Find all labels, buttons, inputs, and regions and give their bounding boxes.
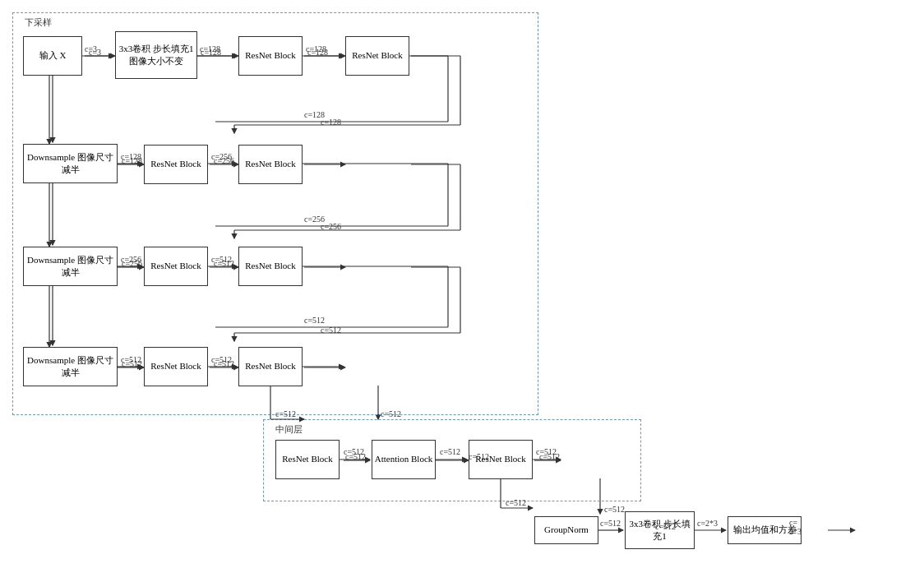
mid-resnet1-block: ResNet Block [275,440,340,479]
middle-label: 中间层 [275,423,303,436]
attention-block: Attention Block [372,440,436,479]
conv3x3-block: 3x3卷积 步长填充1 图像大小不变 [115,31,197,79]
resnet3-2-block: ResNet Block [238,247,303,286]
label-c23: c= 2*3 [789,518,802,536]
label-c256a: c=256 [214,156,234,165]
label-c512h: c=512 [539,452,560,461]
label-c3: c=3 [89,48,101,57]
resnet2-1-block: ResNet Block [144,145,208,184]
label-c512f: c=512 [345,452,366,461]
label-c256b: c=256 [321,222,341,231]
resnet1-2-block: ResNet Block [345,36,409,76]
label-c128c: c=128 [321,118,341,127]
resnet4-2-block: ResNet Block [238,347,303,386]
downsample3-block: Downsample 图像尺寸减半 [23,347,118,386]
label-c256c: c=256 [122,259,142,268]
label-c512a: c=512 [214,259,234,268]
diagram-container: 下采样 中间层 输入 X 3x3卷积 步长填充1 图像大小不变 ResNet B… [0,0,924,582]
downsample2-block: Downsample 图像尺寸减半 [23,247,118,286]
label-c128a: c=128 [201,48,221,57]
resnet2-2-block: ResNet Block [238,145,303,184]
groupnorm-block: GroupNorm [534,516,598,544]
downsample1-block: Downsample 图像尺寸减半 [23,144,118,183]
label-c512i: c=512 [604,505,625,514]
downsample-label: 下采样 [25,16,52,29]
label-c512b: c=512 [321,326,341,335]
input-block: 输入 X [23,36,82,76]
resnet3-1-block: ResNet Block [144,247,208,286]
label-c512d: c=512 [214,359,234,368]
resnet1-1-block: ResNet Block [238,36,303,76]
label-c512j: c=512 [655,522,676,531]
label-c512g: c=512 [469,452,489,461]
label-c128d: c=128 [122,156,142,165]
label-c512e: c=512 [381,409,401,418]
label-c512c: c=512 [122,359,142,368]
label-c128b: c=128 [307,48,328,57]
resnet4-1-block: ResNet Block [144,347,208,386]
